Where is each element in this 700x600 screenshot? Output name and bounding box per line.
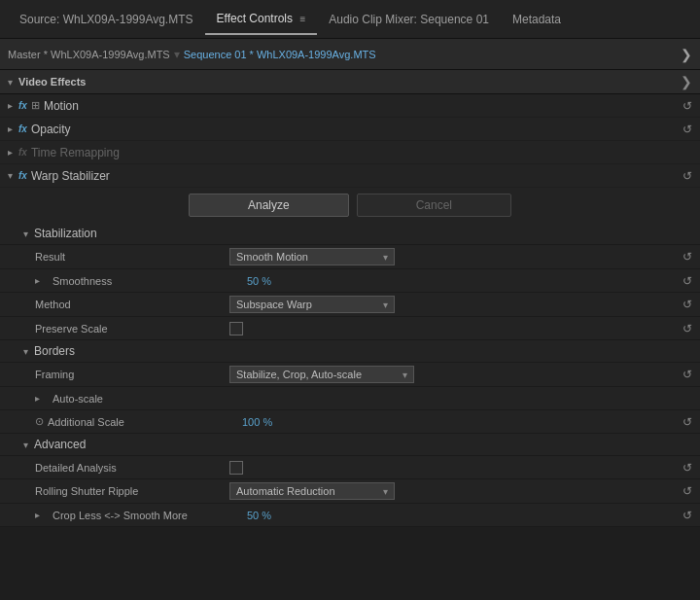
stabilization-collapse-icon[interactable]: ▾ bbox=[23, 229, 28, 239]
prop-row-crop-less-smooth-more: ▸ Crop Less <-> Smooth More 50 % ↺ bbox=[0, 504, 700, 527]
preserve-scale-label: Preserve Scale bbox=[35, 323, 229, 335]
time-remapping-fx-badge: fx bbox=[18, 147, 27, 158]
effect-row-motion: ▸ fx ⊞ Motion ↺ bbox=[0, 94, 700, 118]
warp-stabilizer-fx-badge: fx bbox=[18, 170, 27, 181]
additional-scale-value[interactable]: 100 % bbox=[242, 416, 272, 428]
tab-source[interactable]: Source: WhLX09A-1999Avg.MTS bbox=[8, 5, 205, 34]
motion-reset-icon[interactable]: ↺ bbox=[682, 99, 692, 113]
prop-row-method: Method Subspace Warp ▾ ↺ bbox=[0, 293, 700, 317]
motion-label: Motion bbox=[44, 99, 79, 113]
video-effects-collapse-icon[interactable]: ▾ bbox=[8, 77, 13, 88]
time-remapping-expand-icon[interactable]: ▸ bbox=[8, 147, 13, 158]
additional-scale-timer-icon[interactable]: ⊙ bbox=[35, 415, 44, 428]
analyze-button[interactable]: Analyze bbox=[189, 194, 349, 217]
effect-row-warp-stabilizer: ▾ fx Warp Stabilizer ↺ bbox=[0, 164, 700, 188]
stabilization-title: Stabilization bbox=[34, 227, 97, 240]
framing-dropdown-arrow: ▾ bbox=[395, 370, 407, 380]
framing-dropdown[interactable]: Stabilize, Crop, Auto-scale ▾ bbox=[229, 366, 414, 383]
time-remapping-label: Time Remapping bbox=[31, 146, 120, 159]
auto-scale-label: Auto-scale bbox=[52, 393, 247, 405]
borders-collapse-icon[interactable]: ▾ bbox=[23, 346, 28, 357]
cancel-button[interactable]: Cancel bbox=[357, 194, 511, 217]
borders-title: Borders bbox=[34, 344, 75, 358]
breadcrumb-master: Master * WhLX09A-1999Avg.MTS bbox=[8, 49, 170, 60]
opacity-label: Opacity bbox=[31, 123, 71, 136]
detailed-analysis-reset-icon[interactable]: ↺ bbox=[682, 461, 692, 475]
header-tabs: Source: WhLX09A-1999Avg.MTS Effect Contr… bbox=[0, 0, 700, 39]
result-reset-icon[interactable]: ↺ bbox=[682, 250, 692, 264]
detailed-analysis-label: Detailed Analysis bbox=[35, 462, 229, 474]
prop-row-smoothness: ▸ Smoothness 50 % ↺ bbox=[0, 269, 700, 293]
rolling-shutter-ripple-dropdown-arrow: ▾ bbox=[375, 486, 388, 497]
crop-less-smooth-more-value[interactable]: 50 % bbox=[247, 510, 271, 521]
smoothness-label: Smoothness bbox=[52, 275, 247, 287]
warp-stabilizer-label: Warp Stabilizer bbox=[31, 169, 110, 183]
crop-less-expand-icon[interactable]: ▸ bbox=[35, 510, 47, 520]
prop-row-detailed-analysis: Detailed Analysis ↺ bbox=[0, 456, 700, 479]
advanced-title: Advanced bbox=[34, 438, 86, 451]
result-label: Result bbox=[35, 251, 229, 263]
prop-row-additional-scale: ⊙ Additional Scale 100 % ↺ bbox=[0, 410, 700, 434]
tab-metadata[interactable]: Metadata bbox=[501, 5, 573, 34]
result-value: Smooth Motion bbox=[236, 251, 308, 263]
breadcrumb-expand-icon[interactable]: ❯ bbox=[681, 47, 692, 62]
rolling-shutter-ripple-dropdown[interactable]: Automatic Reduction ▾ bbox=[229, 482, 395, 500]
advanced-collapse-icon[interactable]: ▾ bbox=[23, 440, 28, 450]
opacity-expand-icon[interactable]: ▸ bbox=[8, 124, 13, 134]
borders-header: ▾ Borders bbox=[0, 340, 700, 363]
breadcrumb-separator: ▾ bbox=[174, 48, 180, 61]
crop-less-smooth-more-label: Crop Less <-> Smooth More bbox=[52, 510, 247, 521]
warp-stabilizer-reset-icon[interactable]: ↺ bbox=[682, 169, 692, 183]
prop-row-rolling-shutter-ripple: Rolling Shutter Ripple Automatic Reducti… bbox=[0, 479, 700, 504]
analyze-cancel-buttons: Analyze Cancel bbox=[0, 188, 700, 223]
tab-effect-controls[interactable]: Effect Controls ≡ bbox=[205, 4, 318, 35]
rolling-shutter-ripple-value: Automatic Reduction bbox=[236, 485, 335, 497]
stabilization-header: ▾ Stabilization bbox=[0, 223, 700, 245]
tab-audio-clip-mixer[interactable]: Audio Clip Mixer: Sequence 01 bbox=[317, 5, 501, 34]
prop-row-framing: Framing Stabilize, Crop, Auto-scale ▾ ↺ bbox=[0, 363, 700, 387]
tab-menu-icon[interactable]: ≡ bbox=[299, 14, 305, 24]
breadcrumb-sequence[interactable]: Sequence 01 * WhLX09A-1999Avg.MTS bbox=[184, 49, 376, 60]
preserve-scale-reset-icon[interactable]: ↺ bbox=[682, 322, 692, 335]
crop-less-smooth-more-reset-icon[interactable]: ↺ bbox=[682, 509, 692, 522]
opacity-reset-icon[interactable]: ↺ bbox=[682, 123, 692, 136]
additional-scale-label: Additional Scale bbox=[48, 416, 242, 428]
motion-transform-icon: ⊞ bbox=[31, 99, 40, 112]
framing-value: Stabilize, Crop, Auto-scale bbox=[236, 369, 362, 380]
prop-row-preserve-scale: Preserve Scale ↺ bbox=[0, 317, 700, 340]
smoothness-value[interactable]: 50 % bbox=[247, 275, 271, 287]
framing-label: Framing bbox=[35, 369, 229, 380]
motion-expand-icon[interactable]: ▸ bbox=[8, 100, 13, 111]
smoothness-expand-icon[interactable]: ▸ bbox=[35, 275, 47, 286]
rolling-shutter-ripple-reset-icon[interactable]: ↺ bbox=[682, 484, 692, 498]
method-dropdown[interactable]: Subspace Warp ▾ bbox=[229, 296, 395, 313]
smoothness-reset-icon[interactable]: ↺ bbox=[682, 274, 692, 288]
effect-row-opacity: ▸ fx Opacity ↺ bbox=[0, 118, 700, 141]
warp-stabilizer-expand-icon[interactable]: ▾ bbox=[8, 170, 13, 181]
additional-scale-reset-icon[interactable]: ↺ bbox=[682, 415, 692, 429]
method-label: Method bbox=[35, 299, 229, 310]
prop-row-auto-scale: ▸ Auto-scale bbox=[0, 387, 700, 410]
detailed-analysis-checkbox[interactable] bbox=[229, 461, 243, 475]
prop-row-result: Result Smooth Motion ▾ ↺ bbox=[0, 245, 700, 269]
video-effects-toggle-icon[interactable]: ❯ bbox=[681, 74, 692, 89]
method-reset-icon[interactable]: ↺ bbox=[682, 298, 692, 311]
video-effects-title: Video Effects bbox=[18, 76, 87, 88]
opacity-fx-badge: fx bbox=[18, 124, 27, 134]
video-effects-header: ▾ Video Effects ❯ bbox=[0, 70, 700, 94]
preserve-scale-checkbox[interactable] bbox=[229, 322, 243, 335]
advanced-header: ▾ Advanced bbox=[0, 434, 700, 456]
result-dropdown[interactable]: Smooth Motion ▾ bbox=[229, 248, 395, 265]
framing-reset-icon[interactable]: ↺ bbox=[682, 368, 692, 381]
effect-row-time-remapping: ▸ fx Time Remapping bbox=[0, 141, 700, 164]
result-dropdown-arrow: ▾ bbox=[375, 252, 388, 263]
motion-fx-badge: fx bbox=[18, 100, 27, 111]
method-dropdown-arrow: ▾ bbox=[375, 300, 388, 310]
auto-scale-expand-icon[interactable]: ▸ bbox=[35, 393, 47, 404]
method-value: Subspace Warp bbox=[236, 299, 312, 310]
rolling-shutter-ripple-label: Rolling Shutter Ripple bbox=[35, 485, 229, 497]
breadcrumb: Master * WhLX09A-1999Avg.MTS ▾ Sequence … bbox=[0, 39, 700, 70]
